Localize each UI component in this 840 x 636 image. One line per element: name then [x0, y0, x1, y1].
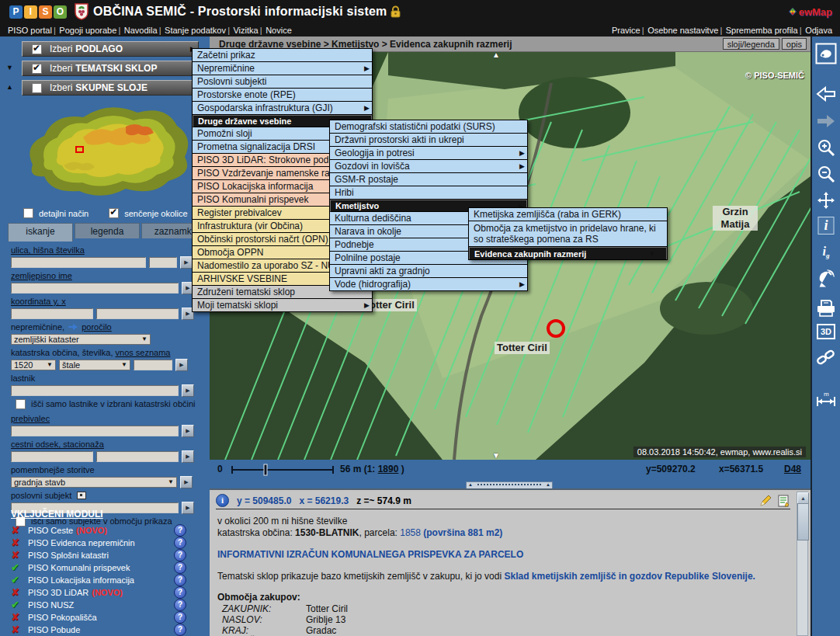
road-section-input[interactable] — [11, 451, 93, 462]
module-help-icon[interactable] — [174, 549, 186, 561]
module-help-icon[interactable] — [174, 524, 186, 537]
coordinate-label[interactable]: koordinata y, x — [11, 297, 202, 306]
overview-terrain-map[interactable] — [9, 91, 199, 204]
detail-mode-checkbox[interactable] — [23, 208, 33, 218]
menu-item-selected[interactable]: Evidenca zakupnih razmerij — [469, 247, 667, 259]
scroll-up-button[interactable] — [797, 492, 809, 504]
datum-link[interactable]: D48 — [784, 464, 801, 474]
menu-item[interactable]: Vode (hidrografija) — [330, 278, 527, 290]
road-section-label[interactable]: cestni odsek, stacionaža — [11, 440, 202, 449]
history-back-button[interactable] — [816, 86, 836, 105]
pan-button[interactable] — [817, 191, 835, 213]
module-help-icon[interactable] — [174, 561, 186, 574]
layers-legend-button[interactable]: sloji/legenda — [723, 38, 779, 50]
module-help-icon[interactable] — [174, 574, 186, 586]
menu-item[interactable]: Državni prostorski akti in ukrepi — [330, 134, 527, 147]
resident-input[interactable] — [11, 426, 179, 436]
scroll-thumb[interactable] — [797, 503, 809, 540]
street-search-button[interactable] — [180, 256, 193, 269]
menu-item[interactable]: Hribi — [330, 186, 527, 200]
parcel-number-input[interactable] — [134, 360, 172, 370]
menu-item[interactable]: Kmetijska zemljišča (raba in GERK) — [469, 208, 667, 221]
menu-item[interactable]: Poslovni subjekti — [193, 75, 372, 89]
module-help-icon[interactable] — [174, 599, 186, 611]
parcel-link[interactable]: 1858 — [400, 527, 421, 538]
collapse-down-icon[interactable] — [6, 64, 13, 71]
select-podlago-header[interactable]: Izberi PODLAGO — [22, 41, 199, 57]
menu-item[interactable]: Prostorske enote (RPE) — [193, 89, 372, 102]
nav-vizitka[interactable]: Vizitka — [226, 26, 259, 35]
tab-iskanje[interactable]: iskanje — [8, 223, 73, 242]
cadastral-number-select[interactable]: 1520 — [11, 360, 56, 370]
owner-input[interactable] — [11, 385, 179, 396]
nav-odjava[interactable]: Odjava — [798, 26, 832, 35]
description-button[interactable]: opis — [782, 38, 807, 50]
identify-group-button[interactable]: ig — [823, 245, 830, 259]
tematski-checkbox[interactable] — [32, 64, 42, 74]
menu-item[interactable]: GSM-R postaje — [330, 173, 527, 186]
3d-view-button[interactable]: 3D — [817, 324, 835, 338]
resident-label[interactable]: prebivalec — [11, 414, 202, 423]
nav-navodila[interactable]: Navodila — [116, 26, 157, 35]
edit-pencil-icon[interactable] — [759, 495, 772, 507]
menu-item[interactable]: Upravni akti za gradnjo — [330, 265, 527, 278]
module-help-icon[interactable] — [174, 537, 186, 549]
placename-label[interactable]: zemljepisno ime — [11, 271, 202, 280]
permalink-button[interactable] — [817, 349, 835, 369]
municipal-fee-link[interactable]: INFORMATIVNI IZRAČUN KOMUNALNEGA PRISPEV… — [217, 549, 790, 561]
street-label[interactable]: ulica, hišna številka — [11, 245, 202, 255]
shading-checkbox[interactable] — [109, 208, 119, 218]
street-input[interactable] — [11, 257, 146, 268]
print-button[interactable] — [816, 299, 836, 321]
report-link[interactable]: poročilo — [82, 322, 112, 332]
stationing-input[interactable] — [96, 451, 179, 462]
business-info-icon[interactable] — [77, 492, 86, 499]
scale-ratio-link[interactable]: 1890 — [378, 464, 399, 474]
placename-input[interactable] — [11, 283, 179, 294]
tab-legenda[interactable]: legenda — [75, 223, 140, 238]
modules-title[interactable]: VKLJUČENI MODULI — [11, 509, 202, 520]
gps-button[interactable] — [817, 269, 835, 291]
road-search-button[interactable] — [182, 450, 194, 463]
cadastral-search-button[interactable] — [175, 359, 188, 371]
measure-button[interactable]: m — [815, 390, 837, 410]
scale-slider[interactable] — [230, 464, 335, 476]
menu-item[interactable]: Začetni prikaz — [193, 49, 372, 62]
house-number-input[interactable] — [149, 257, 177, 268]
panel-scrollbar[interactable] — [797, 492, 808, 636]
select-tematski-header[interactable]: Izberi TEMATSKI SKLOP — [22, 61, 199, 76]
menu-item[interactable]: Gozdovi in lovišča — [330, 160, 527, 173]
collapse-up-icon[interactable] — [6, 83, 13, 91]
collapse-handle-icon[interactable]: ▲ — [492, 52, 500, 59]
menu-item[interactable]: Moji tematski sklopi — [193, 299, 372, 311]
coordinate-x-input[interactable] — [96, 308, 179, 319]
menu-item[interactable]: Nepremičnine — [193, 62, 372, 75]
nav-pravice[interactable]: Pravice — [612, 26, 640, 35]
resident-search-button[interactable] — [182, 425, 194, 437]
services-search-button[interactable] — [180, 476, 193, 488]
cadastral-name-select[interactable]: štale — [59, 360, 130, 370]
nav-nastavitve[interactable]: Osebne nastavitve — [640, 26, 719, 35]
nav-pogoji[interactable]: Pogoji uporabe — [52, 26, 116, 35]
podlago-checkbox[interactable] — [32, 44, 42, 54]
report-note-icon[interactable] — [778, 495, 790, 507]
cadastre-type-select[interactable]: zemljiški kataster — [11, 334, 151, 345]
nav-novice[interactable]: Novice — [259, 26, 292, 35]
overview-map-button[interactable] — [815, 43, 837, 68]
nav-profil[interactable]: Sprememba profila — [718, 26, 797, 35]
owner-filter-checkbox[interactable] — [16, 399, 26, 409]
menu-item[interactable]: Geologija in potresi — [330, 147, 527, 160]
coordinate-y-input[interactable] — [11, 308, 93, 319]
collapse-handle-icon[interactable]: ▼ — [492, 451, 500, 460]
module-help-icon[interactable] — [174, 586, 186, 599]
nav-piso-portal[interactable]: PISO portal — [8, 26, 52, 35]
menu-item[interactable]: Gospodarska infrastruktura (GJI) — [193, 102, 372, 115]
module-help-icon[interactable] — [174, 611, 186, 624]
module-help-icon[interactable] — [174, 624, 186, 636]
list-entry-link[interactable]: vnos seznama — [116, 348, 171, 357]
services-select[interactable]: gradnja stavb — [11, 477, 177, 488]
fund-link[interactable]: Sklad kmetijskih zemljišč in gozdov Repu… — [504, 571, 755, 582]
menu-item[interactable]: Demografski statistični podatki (SURS) — [330, 120, 527, 134]
nav-stanje[interactable]: Stanje podatkov — [158, 26, 226, 35]
zoom-out-button[interactable] — [817, 165, 835, 186]
